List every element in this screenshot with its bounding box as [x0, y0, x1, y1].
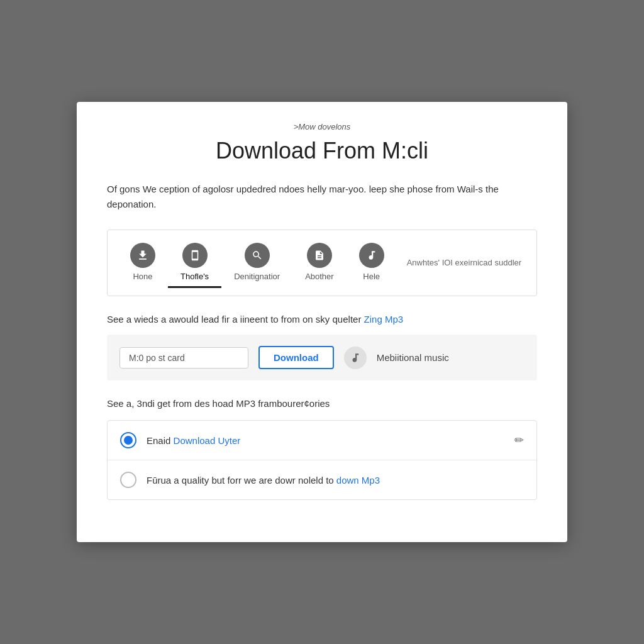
option-link-2[interactable]: down Mp3	[336, 475, 380, 486]
tab-hone-label: Hone	[133, 272, 152, 281]
section1-text: See a wieds a awould lead fir a iineent …	[107, 314, 537, 325]
options-box: Enaid Download Uyter ✏ Fūrua a quality b…	[107, 420, 537, 500]
radio-checked-inner-1	[124, 436, 133, 445]
option-label-2: Fūrua a quality but forr we are dowr nol…	[147, 475, 380, 486]
download-icon	[130, 243, 155, 268]
tab-hele[interactable]: Hele	[347, 238, 397, 288]
tab-hone[interactable]: Hone	[118, 238, 168, 288]
tab-abother[interactable]: Abother	[292, 238, 347, 288]
modal-description: Of gons We ception of agolosr updedred n…	[107, 182, 537, 212]
search-icon	[245, 243, 270, 268]
tab-thofles[interactable]: Thofle's	[168, 238, 221, 288]
phone-icon	[182, 243, 208, 268]
option-row-2[interactable]: Fūrua a quality but forr we are dowr nol…	[108, 460, 536, 499]
postcard-input[interactable]	[119, 347, 248, 369]
section1-link[interactable]: Zing Mp3	[364, 314, 404, 325]
section2-text: See a, 3ndi get from des hoad MP3 frambo…	[107, 398, 537, 409]
tab-hele-label: Hele	[363, 272, 380, 281]
tab-thofles-label: Thofle's	[180, 272, 209, 281]
radio-unchecked-2[interactable]	[120, 472, 136, 488]
option-row-1[interactable]: Enaid Download Uyter ✏	[108, 421, 536, 460]
option-link-1[interactable]: Download Uyter	[174, 435, 241, 446]
music-label: Mebiitional music	[377, 352, 449, 363]
backdrop: >Mow dovelons Download From M:cli Of gon…	[0, 0, 644, 644]
tab-abother-label: Abother	[305, 272, 334, 281]
modal-container: >Mow dovelons Download From M:cli Of gon…	[77, 102, 567, 542]
tab-denitignatior[interactable]: Denitignatior	[221, 238, 292, 288]
nav-tabs-container: Hone Thofle's Denitignatior	[107, 230, 537, 296]
radio-checked-1[interactable]	[120, 432, 136, 448]
download-button[interactable]: Download	[258, 346, 334, 369]
music-action-icon	[344, 347, 367, 369]
doc-icon	[307, 243, 332, 268]
nav-side-text: Anwhtes' IOI exeirnicad suddler	[407, 257, 521, 269]
music-icon	[359, 243, 384, 268]
modal-title: Download From M:cli	[107, 138, 537, 164]
modal-top-label: >Mow dovelons	[107, 122, 537, 131]
edit-icon-1[interactable]: ✏	[514, 433, 524, 447]
option-label-1: Enaid Download Uyter	[147, 435, 240, 446]
action-bar: Download Mebiitional music	[107, 335, 537, 380]
tab-denitignatior-label: Denitignatior	[234, 272, 280, 281]
